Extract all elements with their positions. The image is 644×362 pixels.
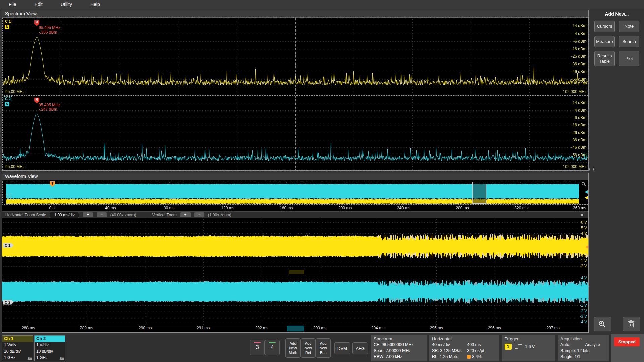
ch1-db-scale: 10 dB/div (2, 348, 33, 355)
add-new-math-button[interactable]: Add New Math (285, 338, 301, 358)
freq-axis-start-label: 95.00 MHz (5, 89, 25, 94)
ch2-offset-marker[interactable] (584, 298, 588, 302)
ch1-waveform-canvas (2, 218, 588, 275)
ch1-offset-marker[interactable] (584, 242, 588, 245)
ch1-scale: 1 V/div (2, 342, 33, 348)
add-measure-button[interactable]: Measure (594, 36, 615, 47)
add-search-button[interactable]: Search (619, 36, 639, 47)
overview-zoom-icon (581, 182, 586, 187)
horizontal-zoom-scale-value[interactable]: 1.00 ms/div (50, 212, 79, 218)
spectrum-view-panel: Spectrum View C 1 N R 95.405 MHz -.305 d… (2, 10, 589, 171)
time-label: 291 ms (197, 326, 210, 330)
trash-icon (628, 320, 635, 328)
button-line: Bus (320, 350, 326, 355)
zoom-plot-ch1[interactable]: C 1 6 V 5 V 4 V 3 V 2 V 1 V 0 V -1 V -2 … (2, 218, 588, 275)
ch4-button[interactable]: 4 (265, 340, 280, 355)
add-note-button[interactable]: Note (619, 21, 639, 32)
freq-axis-end-label: 102.000 MHz (563, 89, 587, 94)
spectrum-plot-ch1[interactable]: C 1 N R 95.405 MHz -.305 dBm 95.00 MHz 1… (2, 18, 588, 95)
add-plot-button[interactable]: Plot (619, 51, 639, 66)
horizontal-zoom-scale-label: Horizontal Zoom Scale (5, 213, 46, 217)
spectrum-plot-ch2[interactable]: C 2 N R 95.405 MHz -.247 dBm 95.00 MHz 1… (2, 95, 588, 170)
spectrum-ch1-badge[interactable]: C 1 (4, 19, 12, 24)
v-zoom-factor-label: (1.00x zoom) (208, 213, 231, 217)
acquisition-analyze: Analyze (585, 342, 600, 348)
volt-axis-label: 5 V (581, 226, 587, 230)
zoom-mode-button[interactable] (594, 317, 611, 331)
spectrum-ch2-trace-canvas (3, 96, 588, 170)
spectrum-panel-title: Spectrum (374, 336, 425, 341)
acquisition-settings-panel[interactable]: Acquisition Auto, Analyze Sample: 12 bit… (558, 335, 609, 361)
spectrum-view-title: Spectrum View (2, 10, 588, 18)
sample-bits: Sample: 12 bits (560, 348, 606, 354)
add-cursors-button[interactable]: Cursors (594, 21, 615, 32)
record-overview[interactable]: T (2, 181, 588, 205)
zoom-plot-ch2[interactable]: C 2 4 V 3 V 2 V 1 V 0 V -1 V -2 V -3 V -… (2, 275, 588, 325)
overview-time-axis: 0 s 40 ms 80 ms 120 ms 160 ms 200 ms 240… (2, 205, 588, 211)
h-zoom-in-button[interactable]: + (83, 212, 93, 217)
span: Span: 7.00000 MHz (374, 348, 425, 354)
trash-button[interactable] (623, 317, 640, 331)
v-zoom-out-button[interactable]: − (194, 212, 204, 217)
time-label: 280 ms (455, 206, 469, 210)
v-zoom-in-button[interactable]: + (180, 212, 191, 217)
button-line: Add (305, 341, 312, 346)
ch1-level-marker[interactable] (583, 196, 588, 199)
ch2-settings-badge[interactable]: Ch 2 1 V/div 10 dB/div 1 GHz Bw (34, 335, 65, 361)
horizontal-settings-panel[interactable]: Horizontal 40 ms/div 400 ms SR: 3.125 MS… (429, 335, 499, 361)
sidebar-bottom-tools (594, 317, 640, 331)
ch2-db-scale: 10 dB/div (35, 348, 65, 355)
spectrum-ch2-normal-badge: N (5, 102, 9, 106)
afg-button[interactable]: AFG (352, 342, 368, 354)
spectrum-settings-panel[interactable]: Spectrum CF: 98.5000000 MHz Span: 7.0000… (371, 335, 427, 361)
ch1-settings-badge[interactable]: Ch 1 1 V/div 10 dB/div 1 GHz Bw (2, 335, 33, 361)
volt-axis-label: 6 V (581, 220, 587, 224)
spectrum-ch1-normal-badge: N (5, 25, 9, 29)
menu-item-help[interactable]: Help (90, 2, 100, 7)
add-new-title: Add New... (590, 11, 644, 17)
dvm-button[interactable]: DVM (334, 342, 350, 354)
dbm-axis-label: -36 dBm (571, 62, 586, 66)
volt-axis-label: 3 V (581, 237, 587, 241)
volt-axis-label: -1 V (580, 259, 587, 263)
results-bar: Add New... Cursors Note Measure Search R… (590, 9, 644, 334)
time-label: 360 ms (573, 206, 586, 210)
rbw: RBW: 7.00 kHz (374, 354, 425, 360)
ch1-bandwidth: 1 GHz (4, 355, 15, 361)
menu-item-edit[interactable]: Edit (35, 2, 43, 7)
zoom-scale-bar: Horizontal Zoom Scale 1.00 ms/div + − (4… (2, 211, 588, 218)
dbm-axis-label: -36 dBm (571, 138, 586, 142)
trigger-source-badge: 1 (505, 344, 512, 350)
add-results-table-button[interactable]: Results Table (594, 51, 615, 66)
add-new-bus-button[interactable]: Add New Bus (316, 338, 331, 358)
zoom-percent: 8.4% (472, 354, 482, 360)
stopped-status-button[interactable]: Stopped (614, 337, 640, 346)
ch2-level-marker[interactable] (583, 190, 588, 194)
acquisition-mode: Auto, (560, 342, 585, 348)
annotation-marker-box (289, 270, 304, 274)
zoom-window-box[interactable] (472, 182, 486, 204)
time-label: 40 ms (105, 206, 116, 210)
spectrum-ch2-badge[interactable]: C 2 (4, 96, 12, 101)
horizontal-scale: 40 ms/div (432, 342, 467, 348)
waveform-view-panel: Waveform View T 0 s 40 ms 80 ms 120 ms 1… (2, 173, 589, 333)
add-new-grid: Cursors Note Measure Search Results Tabl… (590, 21, 644, 66)
marker-readout: 95.405 MHz -.247 dBm (39, 103, 60, 112)
volt-axis-label: 4 V (581, 276, 587, 280)
time-label: 297 ms (546, 326, 559, 330)
sample-rate: SR: 3.125 MS/s (432, 348, 467, 354)
menu-item-file[interactable]: File (9, 2, 16, 7)
add-new-ref-button[interactable]: Add New Ref (301, 338, 316, 358)
dbm-axis-label: -46 dBm (571, 70, 586, 74)
button-line: New (319, 346, 327, 350)
time-label: 296 ms (488, 326, 501, 330)
close-zoom-icon[interactable]: × (579, 212, 585, 218)
h-zoom-out-button[interactable]: − (97, 212, 107, 217)
trigger-settings-panel[interactable]: Trigger 1 1.6 V (502, 335, 555, 361)
volt-axis-label: -4 V (580, 320, 587, 324)
time-label: 293 ms (313, 326, 326, 330)
menu-item-utility[interactable]: Utility (61, 2, 72, 7)
ch3-button[interactable]: 3 (250, 340, 265, 355)
time-label: 295 ms (430, 326, 443, 330)
trigger-level-marker[interactable] (584, 245, 588, 249)
